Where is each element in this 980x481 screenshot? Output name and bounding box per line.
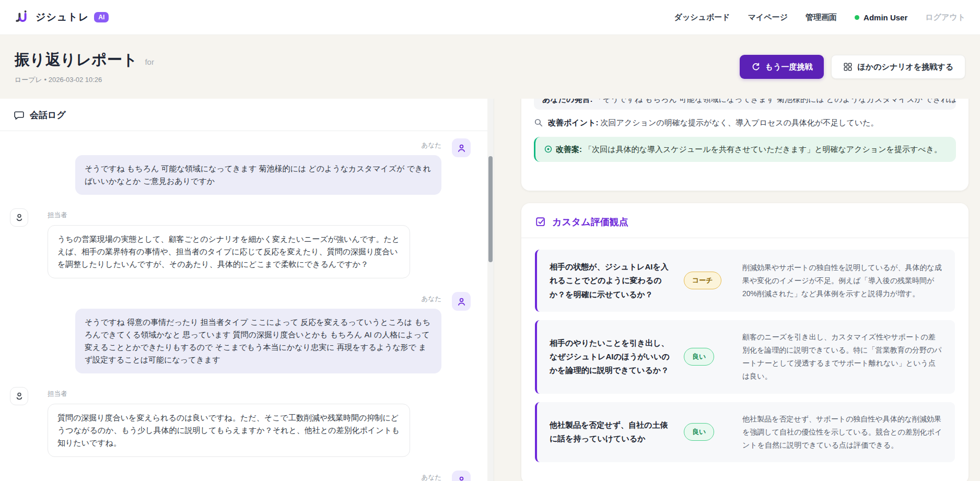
message-bubble: そうですね もちろん 可能な領域になってきます 菊池様的には どのようなカスタマ… <box>75 155 441 195</box>
evaluation-item: 相手のやりたいことを引き出し、なぜジシュトレAIのほうがいいのかを論理的に説明で… <box>535 320 955 394</box>
your-statement-label: あなたの発言: <box>542 99 592 103</box>
message-agent: 担当者 うちの営業現場の実態として、顧客ごとのシナリオを細かく変えたいニーズが強… <box>0 210 494 278</box>
magnifier-icon <box>534 118 543 127</box>
nav-admin[interactable]: 管理画面 <box>806 13 837 22</box>
conversation-messages: あなた そうですね もちろん 可能な領域になってきます 菊池様的には どのような… <box>0 131 494 481</box>
improvement-point-label: 改善ポイント: <box>548 118 598 127</box>
evaluation-item: 他社製品を否定せず、自社の土俵に話を持っていけているか 良い 他社製品を否定せず… <box>535 402 955 463</box>
custom-evaluation-title: カスタム評価観点 <box>552 216 628 228</box>
nav-user: Admin User <box>855 13 907 22</box>
page-header: 振り返りレポート for ロープレ • 2026-03-02 10:26 もう一… <box>0 35 980 99</box>
your-statement-box: あなたの発言: 「そうですね もちろん 可能な領域になってきます 菊池様的には … <box>534 99 956 110</box>
message-bubble: 質問の深掘り度合いを変えられるのは良いですね。ただ、そこで工数削減や残業時間の抑… <box>48 404 410 457</box>
user-avatar <box>452 292 471 311</box>
brand-logo-icon <box>15 9 30 25</box>
retry-icon <box>751 62 761 72</box>
other-scenario-button[interactable]: ほかのシナリオを挑戦する <box>831 55 965 79</box>
chat-scrollbar-thumb[interactable] <box>488 156 493 262</box>
message-role-label: あなた <box>0 473 441 481</box>
message-you-partial: あなた <box>0 473 494 481</box>
nav-user-name: Admin User <box>864 13 907 22</box>
chat-bubble-icon <box>14 110 25 121</box>
evaluation-badge-good: 良い <box>684 423 714 441</box>
page-header-text: 振り返りレポート for ロープレ • 2026-03-02 10:26 <box>15 50 154 85</box>
evaluation-item-description: 顧客のニーズを引き出し、カスタマイズ性やサポートの差別化を論理的に説明できている… <box>742 331 942 383</box>
agent-avatar <box>10 387 28 405</box>
top-navbar: ジシュトレ AI ダッシュボード マイページ 管理画面 Admin User ロ… <box>0 0 980 35</box>
evaluation-item-title: 相手のやりたいことを引き出し、なぜジシュトレAIのほうがいいのかを論理的に説明で… <box>550 336 672 378</box>
message-role-label: あなた <box>0 294 441 303</box>
custom-evaluation-card: カスタム評価観点 相手の状態が、ジシュトレAIを入れることでどのように変わるのか… <box>521 203 969 481</box>
evaluation-item-title: 他社製品を否定せず、自社の土俵に話を持っていけているか <box>550 418 672 446</box>
custom-evaluation-header: カスタム評価観点 <box>535 216 955 228</box>
evaluation-badge-good: 良い <box>684 348 714 366</box>
message-role-label: あなた <box>0 140 441 150</box>
improvement-point-row: 改善ポイント: 次回アクションの明確な提示がなく、導入プロセスの具体化が不足して… <box>534 117 956 128</box>
agent-avatar <box>10 208 28 227</box>
evaluation-item-description: 他社製品を否定せず、サポートの独自性や具体的な削減効果を強調して自社の優位性を示… <box>742 413 942 452</box>
your-statement-text: 「そうですね もちろん 可能な領域になってきます 菊池様的には どのようなカスタ… <box>595 99 956 103</box>
message-role-label: 担当者 <box>48 389 410 398</box>
evaluation-item-description: 削減効果やサポートの独自性を説明しているが、具体的な成果や変化のイメージが不足。… <box>742 261 942 301</box>
retry-button[interactable]: もう一度挑戦 <box>740 55 824 79</box>
suggestion-box: 改善案: 「次回は具体的な導入スケジュールを共有させていただきます」と明確なアク… <box>534 137 956 162</box>
evaluation-badge-coach: コーチ <box>684 272 721 289</box>
message-you: あなた そうですね 得意の事情だったり 担当者タイプ ここによって 反応を変える… <box>0 294 494 373</box>
page-title-suffix: for <box>145 57 154 66</box>
nav-logout[interactable]: ログアウト <box>925 13 965 22</box>
message-agent: 担当者 質問の深掘り度合いを変えられるのは良いですね。ただ、そこで工数削減や残業… <box>0 389 494 457</box>
grid-icon <box>843 62 853 72</box>
feedback-card: あなたの発言: 「そうですね もちろん 可能な領域になってきます 菊池様的には … <box>521 99 969 191</box>
checkbox-icon <box>535 216 546 228</box>
header-actions: もう一度挑戦 ほかのシナリオを挑戦する <box>740 55 965 79</box>
suggestion-label: 改善案: <box>556 145 582 154</box>
message-you: あなた そうですね もちろん 可能な領域になってきます 菊池様的には どのような… <box>0 140 494 195</box>
user-avatar <box>452 138 471 157</box>
other-scenario-label: ほかのシナリオを挑戦する <box>857 62 953 72</box>
main-content: 会話ログ あなた そうですね もちろん 可能な領域になってきます 菊池様的には … <box>0 99 980 481</box>
nav-mypage[interactable]: マイページ <box>748 13 788 22</box>
brand-name: ジシュトレ <box>36 10 89 24</box>
message-bubble: うちの営業現場の実態として、顧客ごとのシナリオを細かく変えたいニーズが強いんです… <box>48 225 410 278</box>
retry-button-label: もう一度挑戦 <box>765 62 813 72</box>
message-bubble: そうですね 得意の事情だったり 担当者タイプ ここによって 反応を変えるっていう… <box>75 309 441 373</box>
nav-dashboard[interactable]: ダッシュボード <box>674 13 730 22</box>
target-icon <box>544 145 553 154</box>
session-meta: ロープレ • 2026-03-02 10:26 <box>15 75 154 85</box>
nav-links: ダッシュボード マイページ 管理画面 Admin User ログアウト <box>674 13 965 22</box>
message-role-label: 担当者 <box>48 210 410 220</box>
online-status-dot <box>855 15 859 20</box>
brand[interactable]: ジシュトレ AI <box>15 9 109 25</box>
page-title: 振り返りレポート <box>15 50 137 71</box>
divider <box>521 238 969 238</box>
conversation-log-title: 会話ログ <box>30 109 66 121</box>
user-avatar <box>452 471 471 481</box>
conversation-log-header: 会話ログ <box>0 99 494 131</box>
chat-scrollbar-track[interactable] <box>487 99 494 481</box>
suggestion-text: 「次回は具体的な導入スケジュールを共有させていただきます」と明確なアクションを提… <box>584 145 942 154</box>
conversation-log-panel: 会話ログ あなた そうですね もちろん 可能な領域になってきます 菊池様的には … <box>0 99 494 481</box>
improvement-point-text: 改善ポイント: 次回アクションの明確な提示がなく、導入プロセスの具体化が不足して… <box>548 117 879 128</box>
ai-badge: AI <box>94 12 109 22</box>
evaluation-item: 相手の状態が、ジシュトレAIを入れることでどのように変わるのか？を明確に示せてい… <box>535 250 955 312</box>
evaluation-item-title: 相手の状態が、ジシュトレAIを入れることでどのように変わるのか？を明確に示せてい… <box>550 260 672 301</box>
